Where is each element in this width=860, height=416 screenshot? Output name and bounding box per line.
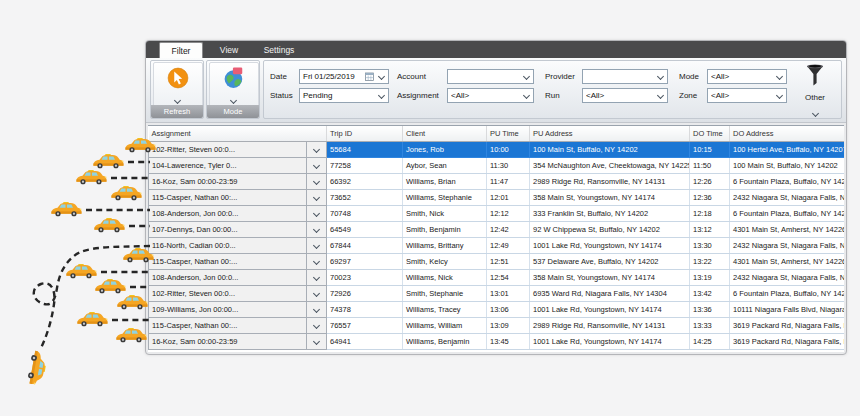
pu-time-cell[interactable]: 13:06 [487,302,530,318]
assignment-combo-arrow[interactable] [307,158,327,174]
pu-time-cell[interactable]: 13:45 [487,334,530,350]
mode-select[interactable]: <All> [707,69,787,84]
pu-time-cell[interactable]: 13:09 [487,318,530,334]
do-time-cell[interactable]: 11:50 [690,158,730,174]
pu-address-cell[interactable]: 2989 Ridge Rd, Ransomville, NY 14131 [530,318,690,334]
trip-id-cell[interactable]: 70023 [327,270,403,286]
trip-id-cell[interactable]: 70748 [327,206,403,222]
pu-time-cell[interactable]: 12:51 [487,254,530,270]
table-row[interactable]: 107-Dennys, Dan 00:00...64549Smith, Benj… [149,222,845,238]
run-select[interactable]: <All> [582,88,668,103]
do-address-cell[interactable]: 3619 Packard Rd, Niagara Falls, NY 14303 [730,318,845,334]
trip-id-cell[interactable]: 64941 [327,334,403,350]
assignment-combo-arrow[interactable] [307,190,327,206]
assignment-combo[interactable]: 109-Williams, Jon 00:00... [149,302,307,318]
pu-time-cell[interactable]: 10:00 [487,142,530,158]
assignment-combo[interactable]: 108-Anderson, Jon 00:0... [149,270,307,286]
do-time-cell[interactable]: 13:36 [690,302,730,318]
pu-address-cell[interactable]: 100 Main St, Buffalo, NY 14202 [530,142,690,158]
do-address-cell[interactable]: 2432 Niagara St, Niagara Falls, NY 14303 [730,238,845,254]
status-select[interactable]: Pending [299,88,389,103]
col-header-pu-time[interactable]: PU Time [487,126,530,142]
trip-id-cell[interactable]: 55684 [327,142,403,158]
do-address-cell[interactable]: 100 Hertel Ave, Buffalo, NY 14207 [730,142,845,158]
client-cell[interactable]: Jones, Rob [403,142,487,158]
table-row[interactable]: 16-Koz, Sam 00:00-23:5964941Williams, Be… [149,334,845,350]
do-time-cell[interactable]: 12:36 [690,190,730,206]
assignment-combo-arrow[interactable] [307,286,327,302]
tab-view[interactable]: View [208,42,250,58]
do-address-cell[interactable]: 2432 Niagara St, Niagara Falls, NY 14303 [730,190,845,206]
other-button[interactable]: Other [792,62,838,118]
trip-id-cell[interactable]: 64549 [327,222,403,238]
trip-id-cell[interactable]: 66392 [327,174,403,190]
col-header-assignment[interactable]: Assignment [149,126,327,142]
assignment-combo-arrow[interactable] [307,254,327,270]
tab-settings[interactable]: Settings [252,42,306,58]
client-cell[interactable]: Smith, Stephanie [403,286,487,302]
assignment-combo[interactable]: 107-Dennys, Dan 00:00... [149,222,307,238]
assignment-combo[interactable]: 108-Anderson, Jon 00:0... [149,206,307,222]
pu-address-cell[interactable]: 358 Main St, Youngstown, NY 14174 [530,190,690,206]
assignment-combo-arrow[interactable] [307,318,327,334]
do-time-cell[interactable]: 13:12 [690,222,730,238]
assignment-combo[interactable]: 104-Lawerence, Tyler 0... [149,158,307,174]
client-cell[interactable]: Williams, Tracey [403,302,487,318]
assignment-combo[interactable]: 102-Ritter, Steven 00:0... [149,142,307,158]
client-cell[interactable]: Smith, Benjamin [403,222,487,238]
pu-address-cell[interactable]: 354 McNaughton Ave, Cheektowaga, NY 1422… [530,158,690,174]
assignment-combo[interactable]: 16-Koz, Sam 00:00-23:59 [149,174,307,190]
pu-address-cell[interactable]: 1001 Lake Rd, Youngstown, NY 14174 [530,334,690,350]
client-cell[interactable]: Williams, Stephanie [403,190,487,206]
table-row[interactable]: 102-Ritter, Steven 00:0...55684Jones, Ro… [149,142,845,158]
pu-time-cell[interactable]: 11:30 [487,158,530,174]
account-select[interactable] [447,69,534,84]
table-row[interactable]: 115-Casper, Nathan 00:...73652Williams, … [149,190,845,206]
pu-address-cell[interactable]: 1001 Lake Rd, Youngstown, NY 14174 [530,302,690,318]
client-cell[interactable]: Aybor, Sean [403,158,487,174]
mode-button[interactable] [209,62,259,107]
col-header-client[interactable]: Client [403,126,487,142]
do-address-cell[interactable]: 6 Fountain Plaza, Buffalo, NY 14202 [730,206,845,222]
client-cell[interactable]: Williams, Brittany [403,238,487,254]
client-cell[interactable]: Smith, Kelcy [403,254,487,270]
client-cell[interactable]: Williams, Brian [403,174,487,190]
pu-time-cell[interactable]: 13:01 [487,286,530,302]
do-time-cell[interactable]: 13:30 [690,238,730,254]
do-address-cell[interactable]: 4301 Main St, Amherst, NY 14226 [730,254,845,270]
client-cell[interactable]: Williams, Benjamin [403,334,487,350]
table-row[interactable]: 16-Koz, Sam 00:00-23:5966392Williams, Br… [149,174,845,190]
pu-time-cell[interactable]: 12:49 [487,238,530,254]
pu-time-cell[interactable]: 11:47 [487,174,530,190]
zone-select[interactable]: <All> [707,88,787,103]
col-header-pu-address[interactable]: PU Address [530,126,690,142]
assignment-combo-arrow[interactable] [307,174,327,190]
do-address-cell[interactable]: 10111 Niagara Falls Blvd, Niagara Falls,… [730,302,845,318]
pu-address-cell[interactable]: 537 Delaware Ave, Buffalo, NY 14202 [530,254,690,270]
pu-address-cell[interactable]: 358 Main St, Youngstown, NY 14174 [530,270,690,286]
col-header-do-time[interactable]: DO Time [690,126,730,142]
do-address-cell[interactable]: 2432 Niagara St, Niagara Falls, NY 14303 [730,270,845,286]
assignment-combo-arrow[interactable] [307,270,327,286]
pu-time-cell[interactable]: 12:54 [487,270,530,286]
table-row[interactable]: 108-Anderson, Jon 00:0...70748Smith, Nic… [149,206,845,222]
table-row[interactable]: 102-Ritter, Steven 00:0...72926Smith, St… [149,286,845,302]
pu-address-cell[interactable]: 6935 Ward Rd, Niagara Falls, NY 14304 [530,286,690,302]
assignment-combo[interactable]: 102-Ritter, Steven 00:0... [149,286,307,302]
do-time-cell[interactable]: 13:33 [690,318,730,334]
trip-id-cell[interactable]: 77258 [327,158,403,174]
col-header-trip-id[interactable]: Trip ID [327,126,403,142]
table-row[interactable]: 108-Anderson, Jon 00:0...70023Williams, … [149,270,845,286]
assignment-combo-arrow[interactable] [307,334,327,350]
table-row[interactable]: 116-North, Cadian 00:0...67844Williams, … [149,238,845,254]
trip-id-cell[interactable]: 76557 [327,318,403,334]
do-address-cell[interactable]: 6 Fountain Plaza, Buffalo, NY 14202 [730,286,845,302]
refresh-button[interactable] [153,62,203,107]
table-row[interactable]: 109-Williams, Jon 00:00...74378Williams,… [149,302,845,318]
table-row[interactable]: 115-Casper, Nathan 00:...76557Williams, … [149,318,845,334]
do-address-cell[interactable]: 3619 Packard Rd, Niagara Falls, NY 14303 [730,334,845,350]
client-cell[interactable]: Williams, Nick [403,270,487,286]
do-time-cell[interactable]: 13:19 [690,270,730,286]
assignment-combo-arrow[interactable] [307,142,327,158]
client-cell[interactable]: Smith, Nick [403,206,487,222]
